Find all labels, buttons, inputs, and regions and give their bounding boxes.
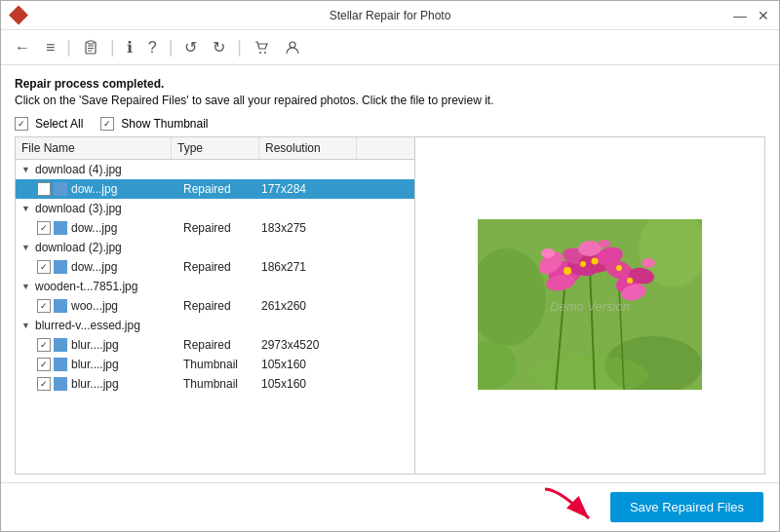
group-name: download (3).jpg bbox=[35, 202, 122, 215]
file-type-icon bbox=[54, 338, 67, 352]
status-bold: Repair process completed. bbox=[15, 77, 765, 91]
file-row[interactable]: ✓ blur....jpg Thumbnail 105x160 bbox=[16, 355, 414, 374]
file-row[interactable]: ✓ dow...jpg Repaired 177x284 bbox=[16, 179, 414, 199]
group-row[interactable]: ▼ download (3).jpg bbox=[16, 199, 414, 218]
file-name: dow...jpg bbox=[71, 182, 183, 196]
svg-point-6 bbox=[264, 52, 266, 54]
redo-button[interactable]: ↻ bbox=[209, 36, 229, 58]
preview-pane: Demo Version bbox=[415, 137, 764, 474]
help-button[interactable]: ? bbox=[144, 37, 161, 58]
file-name: blur....jpg bbox=[71, 338, 183, 352]
chevron-down-icon: ▼ bbox=[21, 282, 35, 291]
window-title: Stellar Repair for Photo bbox=[330, 9, 451, 22]
file-type: Repaired bbox=[183, 221, 261, 235]
sep1: | bbox=[66, 37, 71, 57]
save-repaired-files-button[interactable]: Save Repaired Files bbox=[610, 492, 763, 522]
sep2: | bbox=[110, 37, 115, 57]
preview-image bbox=[478, 219, 702, 390]
svg-point-30 bbox=[599, 240, 610, 247]
table-body: ▼ download (4).jpg ✓ dow...jpg Repaired … bbox=[16, 160, 414, 474]
chevron-down-icon: ▼ bbox=[21, 204, 35, 213]
file-row[interactable]: ✓ woo...jpg Repaired 261x260 bbox=[16, 296, 414, 316]
group-name: download (4).jpg bbox=[35, 163, 122, 176]
window-controls: — ✕ bbox=[732, 8, 771, 23]
close-button[interactable]: ✕ bbox=[756, 8, 771, 23]
show-thumbnail-checkbox[interactable]: ✓ Show Thumbnail bbox=[100, 117, 208, 131]
file-resolution: 2973x4520 bbox=[261, 338, 339, 352]
minimize-button[interactable]: — bbox=[732, 8, 748, 23]
svg-point-35 bbox=[616, 265, 622, 271]
account-button[interactable] bbox=[281, 38, 304, 57]
select-all-checkbox[interactable]: ✓ Select All bbox=[15, 117, 83, 131]
file-resolution: 183x275 bbox=[261, 221, 339, 235]
arrow-hint bbox=[540, 484, 618, 527]
group-name: blurred-v...essed.jpg bbox=[35, 319, 140, 332]
file-type-icon bbox=[54, 260, 67, 274]
chevron-down-icon: ▼ bbox=[21, 243, 35, 252]
file-type-icon bbox=[54, 221, 67, 235]
file-name: blur....jpg bbox=[71, 358, 183, 371]
app-icon bbox=[9, 6, 28, 25]
sep3: | bbox=[169, 37, 174, 57]
file-resolution: 177x284 bbox=[261, 182, 339, 196]
file-checkbox[interactable]: ✓ bbox=[37, 358, 51, 371]
file-resolution: 105x160 bbox=[261, 377, 339, 391]
clipboard-button[interactable] bbox=[79, 38, 102, 57]
bottom-bar: Save Repaired Files bbox=[1, 482, 779, 531]
file-checkbox[interactable]: ✓ bbox=[37, 182, 51, 196]
select-all-check-icon: ✓ bbox=[15, 117, 28, 131]
file-name: dow...jpg bbox=[71, 260, 183, 274]
file-checkbox[interactable]: ✓ bbox=[37, 299, 51, 313]
back-button[interactable]: ← bbox=[11, 37, 34, 58]
file-name: woo...jpg bbox=[71, 299, 183, 313]
file-type: Thumbnail bbox=[183, 358, 261, 371]
svg-point-36 bbox=[627, 278, 633, 284]
file-name: blur....jpg bbox=[71, 377, 183, 391]
file-row[interactable]: ✓ dow...jpg Repaired 183x275 bbox=[16, 218, 414, 238]
file-name: dow...jpg bbox=[71, 221, 183, 235]
group-row[interactable]: ▼ blurred-v...essed.jpg bbox=[16, 316, 414, 335]
svg-point-31 bbox=[642, 258, 655, 268]
file-row[interactable]: ✓ dow...jpg Repaired 186x271 bbox=[16, 257, 414, 277]
options-row: ✓ Select All ✓ Show Thumbnail bbox=[15, 117, 765, 131]
table-header: File Name Type Resolution bbox=[16, 137, 414, 160]
file-type: Repaired bbox=[183, 299, 261, 313]
app-window: Stellar Repair for Photo — ✕ ← ≡ | | ℹ ?… bbox=[0, 0, 780, 532]
undo-button[interactable]: ↺ bbox=[180, 36, 201, 58]
file-row[interactable]: ✓ blur....jpg Thumbnail 105x160 bbox=[16, 374, 414, 394]
file-type: Thumbnail bbox=[183, 377, 261, 391]
file-checkbox[interactable]: ✓ bbox=[37, 260, 51, 274]
sep4: | bbox=[237, 37, 242, 57]
col-filename: File Name bbox=[16, 137, 172, 159]
file-checkbox[interactable]: ✓ bbox=[37, 338, 51, 352]
group-row[interactable]: ▼ download (2).jpg bbox=[16, 238, 414, 257]
menu-button[interactable]: ≡ bbox=[42, 37, 58, 58]
file-type-icon bbox=[54, 182, 67, 196]
chevron-down-icon: ▼ bbox=[21, 321, 35, 330]
svg-point-32 bbox=[564, 267, 571, 275]
svg-point-34 bbox=[592, 257, 599, 264]
group-row[interactable]: ▼ wooden-t...7851.jpg bbox=[16, 277, 414, 296]
group-row[interactable]: ▼ download (4).jpg bbox=[16, 160, 414, 179]
file-type: Repaired bbox=[183, 260, 261, 274]
cart-button[interactable] bbox=[250, 38, 273, 57]
group-name: download (2).jpg bbox=[35, 241, 122, 254]
svg-rect-1 bbox=[88, 41, 94, 44]
svg-point-7 bbox=[290, 42, 295, 48]
file-checkbox[interactable]: ✓ bbox=[37, 221, 51, 235]
toolbar: ← ≡ | | ℹ ? | ↺ ↻ | bbox=[1, 30, 779, 65]
file-resolution: 186x271 bbox=[261, 260, 339, 274]
file-row[interactable]: ✓ blur....jpg Repaired 2973x4520 bbox=[16, 335, 414, 355]
file-type-icon bbox=[54, 299, 67, 313]
group-name: wooden-t...7851.jpg bbox=[35, 280, 137, 293]
file-type-icon bbox=[54, 377, 67, 391]
col-resolution: Resolution bbox=[259, 137, 357, 159]
file-type: Repaired bbox=[183, 182, 261, 196]
file-type: Repaired bbox=[183, 338, 261, 352]
info-button[interactable]: ℹ bbox=[123, 36, 136, 58]
title-bar: Stellar Repair for Photo — ✕ bbox=[1, 1, 779, 30]
file-resolution: 261x260 bbox=[261, 299, 339, 313]
chevron-down-icon: ▼ bbox=[21, 165, 35, 174]
file-checkbox[interactable]: ✓ bbox=[37, 377, 51, 391]
col-type: Type bbox=[172, 137, 259, 159]
